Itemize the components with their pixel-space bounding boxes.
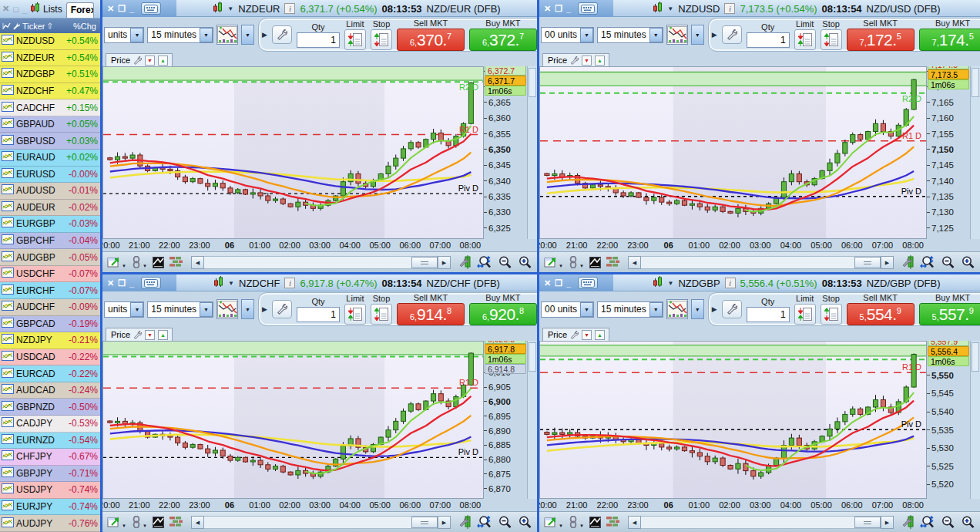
open-window-icon[interactable]: ▼	[107, 256, 126, 268]
watchlist-row[interactable]: NZDJPY-0.21%	[0, 332, 100, 349]
watchlist-row[interactable]: CADJPY-0.53%	[0, 416, 100, 433]
link-charts-icon[interactable]: ▼	[132, 256, 147, 268]
instrument-chart-icon[interactable]	[2, 167, 14, 181]
minimize-icon[interactable]: _	[566, 5, 571, 13]
column-ticker[interactable]: Ticker	[22, 22, 45, 31]
minimize-icon[interactable]: _	[22, 5, 28, 14]
zoom-out-icon[interactable]	[941, 515, 955, 530]
instrument-chart-icon[interactable]	[2, 517, 14, 530]
pane-down-icon[interactable]: ▼	[145, 56, 155, 66]
instrument-chart-icon[interactable]	[2, 466, 14, 480]
close-icon[interactable]: ✕	[107, 279, 114, 288]
info-icon[interactable]: i	[284, 3, 295, 14]
info-icon[interactable]: i	[724, 3, 735, 14]
expand-arrow-icon[interactable]: ▶	[262, 31, 267, 39]
watchlist-row[interactable]: NZDEUR+0.54%	[0, 50, 100, 67]
watchlist-row[interactable]: AUDCHF-0.09%	[0, 299, 100, 316]
maximize-icon[interactable]: ❒	[555, 5, 562, 13]
time-axis[interactable]: 20:0021:0022:0023:000601:0002:0003:0004:…	[539, 499, 927, 511]
price-axis[interactable]: 7,1257,1307,1357,1407,1457,1507,1557,160…	[927, 66, 970, 239]
watchlist-row[interactable]: EURCHF-0.07%	[0, 282, 100, 299]
zoom-out-icon[interactable]	[498, 255, 512, 270]
watchlist-row[interactable]: NZDCHF+0.47%	[0, 83, 100, 100]
maximize-icon[interactable]: □	[12, 5, 19, 14]
chart-settings-icon[interactable]	[459, 515, 472, 529]
buy-market-button[interactable]: 7,174.5	[919, 29, 980, 51]
instrument-chart-icon[interactable]	[2, 67, 14, 81]
order-settings-button[interactable]	[272, 300, 292, 318]
sell-market-button[interactable]: 6,370.7	[397, 29, 465, 51]
interval-select[interactable]: 15 minutes ▼	[147, 301, 213, 318]
expand-arrow-icon[interactable]: ▶	[262, 305, 267, 313]
watchlist-row[interactable]: AUDCAD-0.24%	[0, 382, 100, 399]
scroll-left-icon[interactable]: ◀	[191, 256, 204, 269]
chart-scrollbar[interactable]: ◀ ▶	[191, 516, 451, 529]
link-charts-icon[interactable]: ▼	[569, 256, 584, 268]
buy-market-button[interactable]: 6,920.8	[469, 303, 537, 325]
qty-input[interactable]	[297, 307, 340, 322]
watchlist-row[interactable]: EURJPY-0.74%	[0, 499, 100, 516]
panel-titlebar[interactable]: ✕ ❒ _ ▼ NZDCHF i 6,917.8 (+0.47%) 08:13:…	[102, 274, 537, 291]
zoom-fit-icon[interactable]	[920, 255, 935, 270]
column-chg[interactable]: %Chg	[73, 22, 96, 31]
chart-plot[interactable]: R1 DPiv DR2 D	[539, 66, 927, 239]
watchlist-row[interactable]: GBPNZD-0.50%	[0, 399, 100, 416]
open-window-icon[interactable]: ▼	[544, 256, 563, 268]
instrument-chart-icon[interactable]	[2, 84, 14, 98]
interval-select[interactable]: 15 minutes ▼	[147, 27, 213, 43]
instrument-chart-icon[interactable]	[2, 350, 14, 364]
watchlist-row[interactable]: AUDUSD-0.01%	[0, 183, 100, 200]
chart-scrollbar[interactable]: ◀ ▶	[628, 256, 894, 269]
zoom-in-icon[interactable]	[961, 515, 975, 530]
pane-down-icon[interactable]: ▼	[582, 56, 592, 66]
stop-order-button[interactable]	[821, 304, 842, 325]
wrench-icon[interactable]	[133, 56, 142, 65]
price-axis[interactable]: 6,3256,3306,3356,3406,3456,3506,3556,360…	[484, 66, 527, 239]
scroll-left-icon[interactable]: ◀	[191, 516, 204, 529]
interval-dropdown-icon[interactable]: ▼	[200, 302, 213, 317]
interval-select[interactable]: 15 minutes ▼	[597, 301, 663, 318]
scroll-left-icon[interactable]: ◀	[628, 516, 641, 529]
chart-type-dropdown-icon[interactable]: ▼	[691, 299, 704, 319]
scroll-right-icon[interactable]: ▶	[438, 256, 451, 269]
sell-market-button[interactable]: 6,914.8	[397, 303, 465, 325]
expand-arrow-icon[interactable]: ▶	[712, 305, 717, 313]
instrument-chart-icon[interactable]	[2, 234, 14, 247]
time-axis[interactable]: 20:0021:0022:0023:000601:0002:0003:0004:…	[102, 239, 484, 251]
sell-market-button[interactable]: 5,554.9	[847, 303, 915, 325]
sort-asc-icon[interactable]: ⇧	[47, 22, 53, 30]
expand-arrow-icon[interactable]: ▶	[712, 31, 717, 39]
depth-icon[interactable]	[169, 257, 183, 268]
zoom-in-icon[interactable]	[518, 255, 532, 270]
chart-scrollbar[interactable]: ◀ ▶	[191, 256, 451, 269]
chart-plot[interactable]: R1 DPiv DR2 D	[102, 66, 484, 239]
chart-plot[interactable]: R1 DPiv D	[102, 341, 484, 499]
price-axis[interactable]: 5,5205,5255,5305,5355,5405,5455,5505,557…	[927, 341, 970, 499]
depth-icon[interactable]	[169, 517, 183, 527]
zoom-fit-icon[interactable]	[477, 515, 492, 530]
watchlist-row[interactable]: GBPAUD+0.05%	[0, 116, 100, 133]
limit-order-button[interactable]	[794, 29, 816, 50]
sell-market-button[interactable]: 7,172.5	[847, 29, 915, 51]
watchlist-row[interactable]: NZDUSD+0.54%	[0, 33, 100, 50]
instrument-chart-icon[interactable]	[2, 284, 14, 298]
close-icon[interactable]: ✕	[2, 4, 10, 14]
chevron-down-icon[interactable]: ▼	[667, 5, 673, 12]
price-tab[interactable]: Price ▼ ▲	[106, 328, 173, 341]
qty-input[interactable]	[747, 32, 790, 48]
price-tab[interactable]: Price ▼ ▲	[106, 53, 173, 66]
chart-type-button[interactable]	[216, 25, 238, 45]
link-charts-icon[interactable]: ▼	[569, 516, 584, 528]
watchlist-row[interactable]: EURCAD-0.22%	[0, 365, 100, 382]
watchlist-row[interactable]: USDCHF-0.07%	[0, 266, 100, 283]
instrument-chart-icon[interactable]	[2, 217, 14, 231]
news-icon[interactable]	[589, 517, 601, 528]
panel-titlebar[interactable]: ✕ ❒ _ ▼ NZDEUR i 6,371.7 (+0.54%) 08:13:…	[102, 0, 537, 17]
instrument-chart-icon[interactable]	[2, 51, 14, 65]
instrument-chart-icon[interactable]	[2, 117, 14, 131]
watchlist-row[interactable]: AUDGBP-0.05%	[0, 249, 100, 266]
scroll-right-icon[interactable]: ▶	[881, 516, 894, 529]
scrollbar-thumb[interactable]	[411, 517, 438, 528]
order-settings-button[interactable]	[272, 25, 292, 44]
news-icon[interactable]	[153, 517, 164, 528]
